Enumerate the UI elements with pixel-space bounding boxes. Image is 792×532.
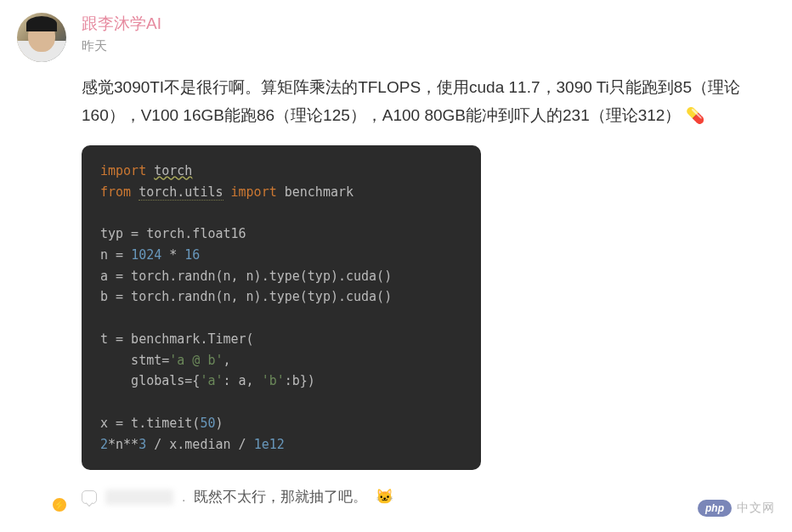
watermark: php 中文网 <box>698 500 775 517</box>
code-empty-line <box>100 202 462 224</box>
code-empty-line <box>100 392 462 413</box>
comment-bar[interactable]: . 既然不太行，那就抽了吧。 🐱 <box>82 482 775 512</box>
code-line-11: globals={'a': a, 'b':b}) <box>100 371 462 392</box>
pill-emoji-icon: 💊 <box>686 103 704 130</box>
code-line-10: stmt='a @ b', <box>100 350 462 371</box>
post-body-text: 感觉3090TI不是很行啊。算矩阵乘法的TFLOPS，使用cuda 11.7，3… <box>82 78 740 124</box>
avatar <box>17 13 66 62</box>
php-logo-icon: php <box>698 500 732 517</box>
code-line-7: b = torch.randn(n, n).type(typ).cuda() <box>100 286 462 308</box>
verified-badge-icon <box>51 496 68 513</box>
code-line-6: a = torch.randn(n, n).type(typ).cuda() <box>100 266 462 287</box>
code-line-5: n = 1024 * 16 <box>100 245 462 266</box>
watermark-text: 中文网 <box>737 501 775 516</box>
code-empty-line <box>100 308 462 329</box>
avatar-wrapper[interactable] <box>17 13 66 512</box>
comment-user-blurred <box>105 490 173 505</box>
post-text: 感觉3090TI不是很行啊。算矩阵乘法的TFLOPS，使用cuda 11.7，3… <box>82 73 775 130</box>
cat-emoji-icon: 🐱 <box>376 488 393 506</box>
code-block: import torch from torch.utils import ben… <box>82 145 481 471</box>
code-line-9: t = benchmark.Timer( <box>100 329 462 350</box>
code-line-4: typ = torch.float16 <box>100 224 462 245</box>
post-content: 跟李沐学AI 昨天 感觉3090TI不是很行啊。算矩阵乘法的TFLOPS，使用c… <box>82 13 775 512</box>
comment-icon[interactable] <box>82 490 97 504</box>
code-line-13: x = t.timeit(50) <box>100 413 462 434</box>
code-line-1: import torch <box>100 161 462 182</box>
comment-text: 既然不太行，那就抽了吧。 <box>194 487 367 507</box>
timestamp: 昨天 <box>82 38 775 54</box>
author-name[interactable]: 跟李沐学AI <box>82 13 775 35</box>
comment-separator: . <box>182 490 185 505</box>
code-line-14: 2*n**3 / x.median / 1e12 <box>100 434 462 456</box>
code-line-2: from torch.utils import benchmark <box>100 182 462 203</box>
post-container: 跟李沐学AI 昨天 感觉3090TI不是很行啊。算矩阵乘法的TFLOPS，使用c… <box>0 0 792 524</box>
